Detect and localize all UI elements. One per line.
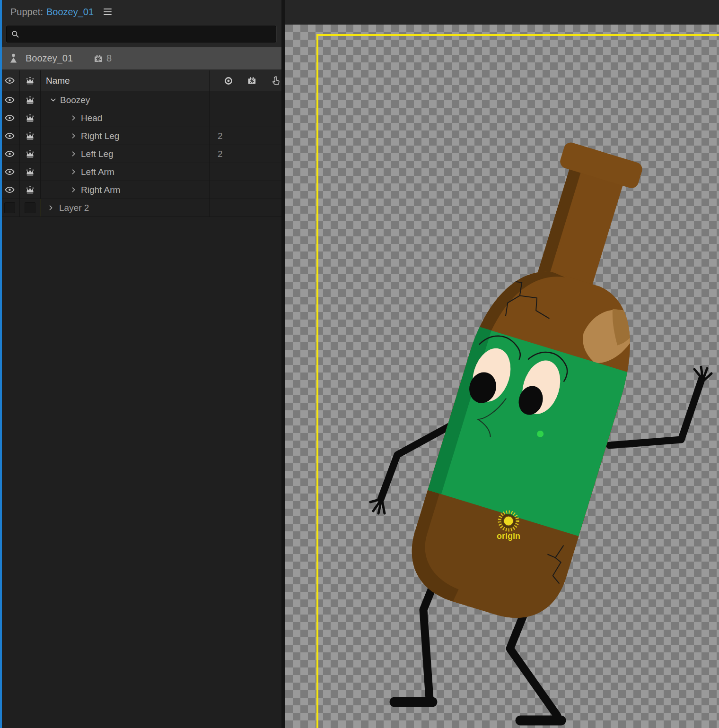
layer-row-head[interactable]: Head	[0, 109, 281, 127]
panel-menu-icon[interactable]	[102, 7, 114, 17]
eye-icon[interactable]	[4, 95, 15, 105]
visibility-empty-checkbox[interactable]	[4, 202, 15, 213]
layer-row-layer-2[interactable]: Layer 2	[0, 199, 281, 217]
tree-header-row: Name	[0, 70, 281, 91]
record-toggle-icon[interactable]	[223, 76, 234, 86]
panel-focus-accent	[0, 0, 2, 728]
layer-value: 2	[210, 145, 281, 163]
layer-value	[210, 181, 281, 199]
name-column-header: Name	[41, 76, 70, 86]
layer-row-left-leg[interactable]: Left Leg 2	[0, 145, 281, 163]
right-leg[interactable]	[510, 604, 557, 716]
eye-icon[interactable]	[4, 113, 15, 123]
layer-value	[210, 91, 281, 109]
behavior-badge-group: 8	[93, 53, 112, 64]
crown-icon[interactable]	[25, 113, 35, 123]
puppet-person-icon	[8, 52, 19, 64]
visibility-column-eye-icon[interactable]	[4, 75, 15, 86]
chevron-down-icon[interactable]	[49, 96, 57, 104]
eye-icon[interactable]	[4, 130, 15, 141]
origin-center-dot	[504, 517, 513, 526]
chevron-right-icon[interactable]	[70, 150, 78, 158]
origin-label: origin	[497, 531, 520, 541]
crown-column-icon[interactable]	[25, 75, 35, 86]
drag-handle-hand-icon[interactable]	[270, 75, 281, 87]
layer-value	[210, 109, 281, 127]
chevron-right-icon[interactable]	[70, 186, 78, 194]
puppet-header-label: Puppet:	[10, 7, 43, 17]
crown-icon[interactable]	[25, 130, 35, 141]
chevron-right-icon[interactable]	[70, 168, 78, 176]
puppet-header: Puppet: Boozey_01	[0, 0, 281, 24]
layer-value: 2	[210, 127, 281, 145]
search-box[interactable]	[6, 26, 276, 43]
left-hand-fingers	[694, 367, 711, 380]
layer-label: Left Leg	[81, 149, 114, 159]
crown-icon[interactable]	[25, 184, 35, 195]
crown-icon[interactable]	[25, 166, 35, 177]
layer-row-right-leg[interactable]: Right Leg 2	[0, 127, 281, 145]
puppet-stage: origin	[281, 0, 719, 728]
layer-label: Right Leg	[81, 131, 119, 141]
search-input[interactable]	[24, 29, 272, 39]
panel-top-section: Puppet: Boozey_01 Boozey_01 8	[0, 0, 281, 70]
layer-row-right-arm[interactable]: Right Arm	[0, 181, 281, 199]
search-wrap	[0, 24, 281, 47]
crown-icon[interactable]	[25, 95, 35, 105]
chevron-right-icon[interactable]	[70, 132, 78, 140]
puppet-panel: Puppet: Boozey_01 Boozey_01 8	[0, 0, 281, 728]
layer-label: Layer 2	[59, 203, 89, 213]
character-animator-puppet-panel: Puppet: Boozey_01 Boozey_01 8	[0, 0, 719, 728]
behaviors-column-icon[interactable]	[246, 75, 257, 86]
puppet-character[interactable]: origin	[370, 131, 711, 720]
layer-value	[210, 199, 281, 217]
behaviors-badge-icon	[93, 53, 104, 64]
puppet-name-link[interactable]: Boozey_01	[46, 7, 94, 17]
crown-icon[interactable]	[25, 148, 35, 159]
selected-puppet-name: Boozey_01	[26, 53, 73, 64]
behavior-count: 8	[106, 53, 112, 64]
layer-value	[210, 163, 281, 181]
layer-row-left-arm[interactable]: Left Arm	[0, 163, 281, 181]
eye-icon[interactable]	[4, 166, 15, 177]
eye-icon[interactable]	[4, 184, 15, 195]
layer-row-boozey[interactable]: Boozey	[0, 91, 281, 109]
layer-label: Left Arm	[81, 167, 114, 177]
layer-label: Head	[81, 113, 102, 123]
layer-label: Right Arm	[81, 185, 120, 195]
selected-puppet-row[interactable]: Boozey_01 8	[0, 47, 281, 69]
eye-icon[interactable]	[4, 148, 15, 159]
bottle-body-group[interactable]	[394, 131, 693, 637]
search-icon	[10, 29, 20, 39]
chevron-right-icon[interactable]	[70, 114, 78, 122]
right-hand-fingers	[370, 499, 385, 513]
crown-empty-checkbox[interactable]	[25, 202, 35, 213]
layer-label: Boozey	[60, 95, 90, 105]
scene-canvas[interactable]: origin	[281, 0, 719, 728]
layer2-accent-bar	[41, 199, 41, 217]
chevron-right-icon[interactable]	[47, 204, 55, 212]
